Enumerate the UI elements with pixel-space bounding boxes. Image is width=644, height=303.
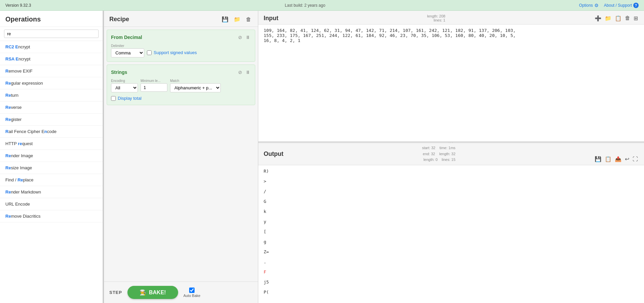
sidebar-item-render-image[interactable]: Render Image bbox=[0, 150, 103, 162]
sidebar-item-label: Find / Replace bbox=[5, 177, 34, 182]
step-button[interactable]: STEP bbox=[109, 290, 122, 295]
bake-button[interactable]: 👨‍🍳 BAKE! bbox=[127, 286, 178, 299]
top-bar-right: Options ⚙ About / Support ? bbox=[579, 3, 639, 8]
auto-bake-checkbox[interactable] bbox=[189, 288, 195, 293]
auto-bake-label[interactable]: Auto Bake bbox=[183, 294, 201, 298]
sidebar-item-rsa-encrypt[interactable]: RSA Encrypt bbox=[0, 53, 103, 65]
sidebar-item-rail-fence[interactable]: Rail Fence Cipher Encode bbox=[0, 126, 103, 138]
output-fullscreen-button[interactable]: ⛶ bbox=[632, 156, 639, 163]
save-recipe-button[interactable]: 💾 bbox=[220, 15, 230, 23]
strings-header: Strings ⊘ ⏸ bbox=[111, 69, 251, 76]
delete-recipe-button[interactable]: 🗑 bbox=[245, 15, 253, 23]
sidebar-item-label: Resize Image bbox=[5, 165, 32, 170]
output-start-label: start: bbox=[422, 146, 430, 150]
delimiter-select[interactable]: Comma Space Semicolon bbox=[111, 48, 144, 57]
strings-title: Strings bbox=[111, 70, 127, 75]
input-length-value: 208 bbox=[439, 14, 445, 18]
sidebar-item-label: Render Image bbox=[5, 153, 33, 158]
match-select[interactable]: Alphanumeric + p... bbox=[170, 83, 221, 92]
sidebar-item-http-request[interactable]: HTTP request bbox=[0, 138, 103, 150]
output-line: G bbox=[264, 199, 639, 204]
input-add-button[interactable]: ➕ bbox=[594, 14, 602, 22]
support-signed-checkbox[interactable] bbox=[147, 50, 152, 55]
input-panel: Input length: 208 lines: 1 ➕ 📁 📋 🗑 ⊞ 109… bbox=[258, 11, 644, 142]
output-lines-label: lines: bbox=[442, 158, 450, 162]
output-content: R) > / G k y [ g Z= . F j5 P( bbox=[258, 165, 644, 303]
encoding-field: Encoding All ASCII UTF-8 bbox=[111, 79, 138, 92]
sidebar-item-regular-expression[interactable]: Regular expression bbox=[0, 77, 103, 89]
input-layout-button[interactable]: ⊞ bbox=[633, 14, 639, 22]
bake-area: STEP 👨‍🍳 BAKE! Auto Bake bbox=[104, 282, 258, 303]
output-send-button[interactable]: 📤 bbox=[614, 155, 622, 163]
display-total-label[interactable]: Display total bbox=[118, 96, 142, 101]
from-decimal-body: Delimiter Comma Space Semicolon Support … bbox=[111, 44, 251, 57]
options-label: Options bbox=[579, 3, 593, 8]
output-time-label: time: bbox=[439, 146, 447, 150]
recipe-title: Recipe bbox=[109, 16, 129, 23]
sidebar-item-resize-image[interactable]: Resize Image bbox=[0, 162, 103, 174]
sidebar-item-rc2-encrypt[interactable]: RC2 Encrypt bbox=[0, 41, 103, 53]
output-title: Output bbox=[264, 150, 283, 158]
sidebar-item-remove-exif[interactable]: Remove EXIF bbox=[0, 65, 103, 77]
input-paste-button[interactable]: 📋 bbox=[614, 14, 622, 22]
input-header: Input length: 208 lines: 1 ➕ 📁 📋 🗑 ⊞ bbox=[258, 11, 644, 25]
strings-controls: ⊘ ⏸ bbox=[237, 69, 251, 76]
bake-icon: 👨‍🍳 bbox=[140, 289, 146, 296]
input-open-button[interactable]: 📁 bbox=[604, 14, 612, 22]
options-button[interactable]: Options ⚙ bbox=[579, 3, 598, 8]
support-signed-label[interactable]: Support signed values bbox=[154, 50, 197, 55]
recipe-header: Recipe 💾 📁 🗑 bbox=[104, 11, 258, 27]
strings-fields-row: Encoding All ASCII UTF-8 Minimum le... bbox=[111, 79, 251, 92]
output-copy-button[interactable]: 📋 bbox=[604, 155, 612, 163]
output-len2-label: length: bbox=[423, 158, 434, 162]
from-decimal-header: From Decimal ⊘ ⏸ bbox=[111, 34, 251, 41]
display-total-checkbox[interactable] bbox=[111, 96, 116, 101]
encoding-select[interactable]: All ASCII UTF-8 bbox=[111, 83, 138, 92]
output-undo-button[interactable]: ↩ bbox=[624, 155, 630, 163]
sidebar-item-find-replace[interactable]: Find / Replace bbox=[0, 174, 103, 186]
search-input[interactable] bbox=[4, 30, 99, 38]
delimiter-label: Delimiter bbox=[111, 44, 144, 48]
match-field: Match Alphanumeric + p... bbox=[170, 79, 221, 92]
strings-pause-button[interactable]: ⏸ bbox=[245, 69, 251, 76]
input-clear-button[interactable]: 🗑 bbox=[624, 14, 631, 22]
match-label: Match bbox=[170, 79, 221, 83]
from-decimal-controls: ⊘ ⏸ bbox=[237, 34, 251, 41]
input-content[interactable]: 109, 164, 82, 41, 124, 62, 31, 94, 47, 1… bbox=[258, 25, 644, 141]
encoding-label: Encoding bbox=[111, 79, 138, 83]
strings-disable-button[interactable]: ⊘ bbox=[237, 69, 243, 76]
support-label: About / Support bbox=[604, 3, 632, 8]
output-start-value: 32 bbox=[431, 146, 435, 150]
display-total-checkbox-row: Display total bbox=[111, 96, 142, 101]
sidebar-item-reverse[interactable]: Reverse bbox=[0, 101, 103, 114]
support-button[interactable]: About / Support ? bbox=[604, 3, 639, 8]
input-title: Input bbox=[264, 15, 278, 22]
sidebar-item-register[interactable]: Register bbox=[0, 114, 103, 126]
from-decimal-row: Delimiter Comma Space Semicolon Support … bbox=[111, 44, 251, 57]
gear-icon: ⚙ bbox=[594, 3, 599, 8]
sidebar-item-render-markdown[interactable]: Render Markdown bbox=[0, 186, 103, 198]
recipe-toolbar: 💾 📁 🗑 bbox=[220, 15, 253, 23]
sidebar-item-return[interactable]: Return bbox=[0, 89, 103, 101]
open-recipe-button[interactable]: 📁 bbox=[232, 15, 242, 23]
sidebar-item-label: Render Markdown bbox=[5, 189, 41, 194]
min-length-input[interactable] bbox=[141, 83, 167, 92]
sidebar-item-remove-diacritics[interactable]: Remove Diacritics bbox=[0, 210, 103, 222]
output-save-button[interactable]: 💾 bbox=[594, 155, 602, 163]
output-line: . bbox=[264, 259, 639, 264]
output-header: Output start: 32 time: 1ms end: 32 lengt… bbox=[258, 143, 644, 165]
sidebar-item-label: Register bbox=[5, 117, 21, 122]
from-decimal-title: From Decimal bbox=[111, 35, 142, 40]
main-layout: Operations RC2 Encrypt RSA Encrypt Remov… bbox=[0, 11, 644, 303]
output-line: / bbox=[264, 189, 639, 194]
top-bar: Version 9.32.3 Last build: 2 years ago O… bbox=[0, 0, 644, 11]
sidebar-item-url-encode[interactable]: URL Encode bbox=[0, 198, 103, 210]
from-decimal-pause-button[interactable]: ⏸ bbox=[245, 34, 251, 41]
from-decimal-card: From Decimal ⊘ ⏸ Delimiter Comma Space bbox=[107, 30, 255, 62]
sidebar-item-label: Regular expression bbox=[5, 81, 43, 86]
output-len2-value: 0 bbox=[435, 158, 437, 162]
output-line: P( bbox=[264, 290, 639, 295]
output-time-value: 1ms bbox=[448, 146, 455, 150]
sidebar-search-container bbox=[0, 27, 103, 41]
from-decimal-disable-button[interactable]: ⊘ bbox=[237, 34, 243, 41]
